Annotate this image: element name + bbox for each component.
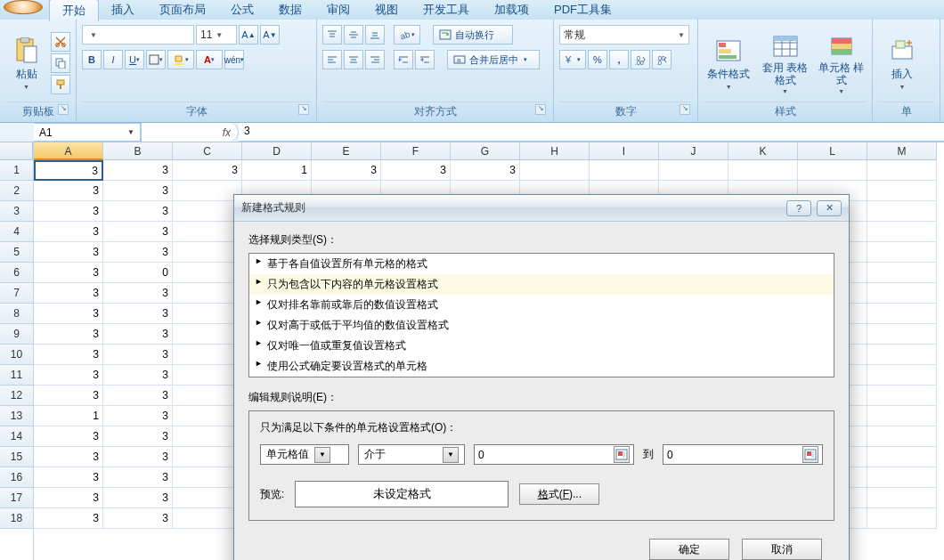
border-button[interactable]: ▾ (146, 50, 166, 69)
cell[interactable] (867, 365, 937, 386)
font-name-combo[interactable]: ▼ (82, 25, 194, 45)
decrease-decimal-button[interactable]: .00.0 (652, 50, 671, 69)
cell[interactable]: 3 (103, 324, 173, 345)
cell[interactable] (173, 304, 242, 324)
format-as-table-button[interactable]: 套用 表格格式▼ (757, 30, 812, 96)
cell[interactable] (867, 242, 937, 263)
accounting-format-button[interactable]: ¥▾ (559, 50, 586, 69)
number-launcher[interactable]: ↘ (680, 104, 690, 115)
cell[interactable]: 3 (103, 386, 173, 406)
rule-item[interactable]: 基于各自值设置所有单元格的格式 (249, 254, 834, 274)
dialog-titlebar[interactable]: 新建格式规则 ? ✕ (234, 195, 849, 222)
cell[interactable] (867, 345, 937, 365)
format-painter-button[interactable] (51, 75, 70, 94)
name-box[interactable]: A1▼ (34, 123, 141, 142)
cell[interactable] (867, 263, 937, 283)
row-header[interactable]: 6 (0, 263, 33, 283)
cell[interactable] (173, 406, 242, 426)
cell[interactable] (173, 263, 242, 283)
cell[interactable] (867, 426, 937, 447)
cell[interactable] (867, 222, 937, 242)
cell[interactable]: 3 (103, 447, 173, 467)
alignment-launcher[interactable]: ↘ (535, 104, 546, 115)
cell[interactable]: 3 (34, 283, 103, 304)
cell[interactable]: 3 (103, 467, 173, 488)
font-launcher[interactable]: ↘ (298, 104, 309, 115)
cell[interactable] (867, 467, 937, 488)
shrink-font-button[interactable]: A▼ (260, 25, 280, 45)
cell[interactable] (867, 283, 937, 304)
cell[interactable] (173, 467, 242, 488)
copy-button[interactable] (51, 53, 70, 73)
cancel-button[interactable]: 取消 (742, 539, 822, 560)
col-header[interactable]: D (242, 142, 312, 160)
underline-button[interactable]: U▾ (125, 50, 144, 69)
tab-数据[interactable]: 数据 (266, 0, 314, 20)
cell[interactable]: 3 (34, 426, 103, 447)
align-top-button[interactable] (322, 25, 342, 45)
conditional-format-button[interactable]: 条件格式▼ (704, 30, 753, 96)
row-header[interactable]: 14 (0, 426, 33, 447)
cell[interactable]: 3 (34, 508, 103, 529)
cell[interactable]: 3 (34, 345, 103, 365)
col-header[interactable]: E (312, 142, 381, 160)
fx-button[interactable]: fx (141, 123, 239, 142)
cell[interactable]: 3 (34, 304, 103, 324)
rule-type-list[interactable]: 基于各自值设置所有单元格的格式只为包含以下内容的单元格设置格式仅对排名靠前或靠后… (248, 253, 834, 377)
rule-item[interactable]: 仅对高于或低于平均值的数值设置格式 (249, 315, 834, 336)
col-header[interactable]: G (451, 142, 520, 160)
cell-styles-button[interactable]: 单元格 样式▼ (817, 30, 867, 96)
cell[interactable] (173, 324, 242, 345)
insert-cells-button[interactable]: 插入▼ (878, 30, 926, 96)
cell[interactable] (173, 181, 242, 201)
cell[interactable] (867, 406, 937, 426)
wrap-text-button[interactable]: 自动换行 (433, 25, 513, 45)
row-header[interactable]: 1 (0, 160, 33, 181)
cell[interactable]: 3 (103, 508, 173, 529)
fill-color-button[interactable]: ▾ (167, 50, 194, 69)
font-color-button[interactable]: A▾ (196, 50, 223, 69)
row-header[interactable]: 3 (0, 201, 33, 222)
cell[interactable]: 3 (103, 426, 173, 447)
col-header[interactable]: J (659, 142, 728, 160)
cell[interactable] (173, 365, 242, 386)
paste-button[interactable]: 粘贴 ▼ (5, 30, 47, 96)
value2-ref-button[interactable] (802, 446, 818, 463)
col-header[interactable]: A (34, 142, 103, 160)
align-bottom-button[interactable] (365, 25, 385, 45)
row-header[interactable]: 10 (0, 345, 33, 365)
cell[interactable] (173, 426, 242, 447)
row-header[interactable]: 2 (0, 181, 33, 201)
formula-input[interactable]: 3 (239, 123, 944, 142)
tab-页面布局[interactable]: 页面布局 (147, 0, 218, 20)
tab-加载项[interactable]: 加载项 (482, 0, 541, 20)
cell[interactable] (173, 242, 242, 263)
row-header[interactable]: 17 (0, 488, 33, 508)
cell[interactable]: 3 (103, 365, 173, 386)
increase-indent-button[interactable] (415, 50, 435, 69)
cell[interactable]: 3 (34, 242, 103, 263)
cell[interactable] (867, 324, 937, 345)
row-header[interactable]: 7 (0, 283, 33, 304)
cell[interactable] (867, 201, 937, 222)
clipboard-launcher[interactable]: ↘ (58, 104, 69, 115)
cell[interactable]: 3 (34, 447, 103, 467)
tab-开始[interactable]: 开始 (49, 0, 99, 21)
cell[interactable] (173, 283, 242, 304)
row-header[interactable]: 4 (0, 222, 33, 242)
cell[interactable] (867, 160, 937, 181)
cell[interactable]: 3 (34, 181, 103, 201)
cell[interactable] (173, 488, 242, 508)
cell[interactable]: 3 (34, 467, 103, 488)
cell[interactable]: 3 (103, 283, 173, 304)
comma-button[interactable]: , (609, 50, 629, 69)
row-header[interactable]: 8 (0, 304, 33, 324)
cell[interactable] (867, 488, 937, 508)
row-header[interactable]: 15 (0, 447, 33, 467)
cell[interactable] (173, 447, 242, 467)
rule-item[interactable]: 只为包含以下内容的单元格设置格式 (249, 274, 834, 295)
condition-type-combo[interactable]: 单元格值▼ (260, 444, 349, 465)
italic-button[interactable]: I (103, 50, 123, 69)
cell[interactable] (867, 386, 937, 406)
align-left-button[interactable] (322, 50, 342, 69)
